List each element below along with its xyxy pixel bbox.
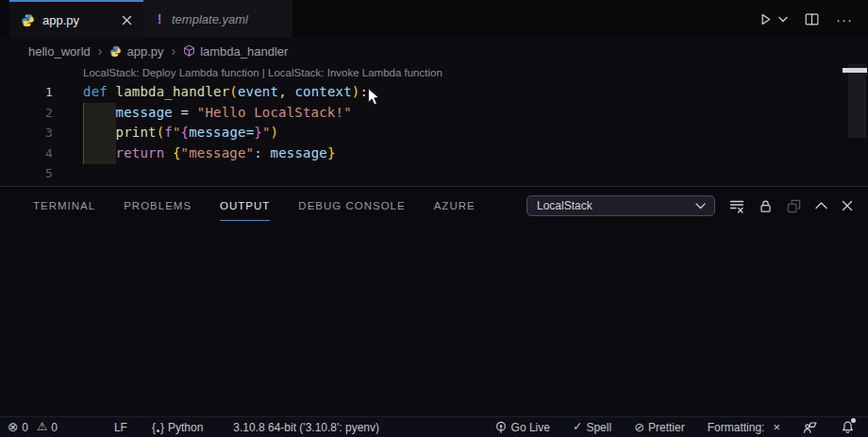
- symbol-cube-icon: [183, 44, 195, 58]
- split-editor-icon[interactable]: [805, 13, 819, 25]
- prettier-label: Prettier: [648, 421, 685, 434]
- code-editor[interactable]: LocalStack: Deploy Lambda function | Loc…: [0, 64, 868, 186]
- tab-template-yaml[interactable]: ! template.yaml: [143, 0, 292, 38]
- close-panel-icon[interactable]: [842, 200, 853, 211]
- go-live-label: Go Live: [511, 421, 550, 434]
- notification-dot: [851, 418, 856, 423]
- line-number[interactable]: 1: [0, 82, 53, 103]
- go-live-button[interactable]: Go Live: [494, 421, 550, 434]
- breadcrumb-label: app.py: [126, 44, 163, 59]
- run-options-chevron-down-icon[interactable]: [778, 16, 788, 23]
- breadcrumb-item-file[interactable]: app.py: [109, 44, 163, 59]
- panel-tab-azure[interactable]: AZURE: [434, 187, 476, 225]
- spell-checker-status[interactable]: ✓ Spell: [573, 421, 611, 434]
- code-text: print(f"{message=}"): [83, 123, 278, 143]
- code-line-5[interactable]: 5: [0, 163, 868, 184]
- braces-icon: {}: [152, 422, 164, 433]
- output-panel-content[interactable]: [0, 225, 868, 416]
- formatting-label: Formatting:: [708, 421, 765, 434]
- eol-indicator[interactable]: LF: [114, 421, 127, 434]
- x-icon: ×: [773, 420, 780, 434]
- line-number[interactable]: 5: [0, 163, 53, 184]
- warnings-icon: ⚠: [37, 421, 47, 433]
- check-icon: ✓: [573, 421, 582, 433]
- errors-count: 0: [22, 421, 28, 434]
- code-text: message = "Hello LocalStack!": [83, 103, 352, 124]
- codelens-localstack-actions[interactable]: LocalStack: Deploy Lambda function | Loc…: [83, 67, 442, 78]
- line-number[interactable]: 4: [0, 143, 53, 164]
- language-label: Python: [168, 421, 203, 434]
- breadcrumb-separator: ›: [170, 43, 176, 59]
- code-line-4[interactable]: 4 return {"message": message}: [0, 143, 868, 164]
- tab-label: template.yaml: [172, 12, 248, 26]
- chevron-down-icon: [695, 203, 706, 210]
- output-channel-value: LocalStack: [537, 199, 593, 212]
- python-interpreter[interactable]: 3.10.8 64-bit ('3.10.8': pyenv): [233, 421, 379, 434]
- editor-actions: ···: [759, 0, 868, 38]
- breadcrumb-item-symbol[interactable]: lambda_handler: [183, 44, 288, 59]
- notifications-bell-icon[interactable]: [841, 420, 855, 434]
- panel-action-icons: [729, 199, 853, 213]
- panel-tab-problems[interactable]: PROBLEMS: [124, 187, 192, 225]
- breadcrumb-item-folder[interactable]: hello_world: [28, 44, 91, 59]
- tab-app-py[interactable]: app.py: [9, 0, 143, 38]
- editor-tab-bar: app.py ! template.yaml ···: [0, 0, 868, 38]
- maximize-panel-chevron-up-icon[interactable]: [815, 202, 827, 210]
- breadcrumb-label: lambda_handler: [200, 44, 288, 59]
- code-line-2[interactable]: 2 message = "Hello LocalStack!": [0, 103, 868, 124]
- python-file-icon: [109, 45, 122, 58]
- bottom-panel: TERMINAL PROBLEMS OUTPUT DEBUG CONSOLE A…: [0, 187, 868, 416]
- overview-ruler-cursor-marker: [843, 68, 867, 73]
- broadcast-icon: [494, 421, 508, 434]
- code-lines: 1def lambda_handler(event, context):2 me…: [0, 82, 868, 184]
- close-icon[interactable]: [122, 15, 132, 25]
- feedback-icon[interactable]: [803, 420, 818, 434]
- editor-scrollbar[interactable]: [848, 64, 866, 138]
- tab-label: app.py: [42, 13, 79, 27]
- code-line-1[interactable]: 1def lambda_handler(event, context):: [0, 82, 868, 103]
- panel-header: TERMINAL PROBLEMS OUTPUT DEBUG CONSOLE A…: [0, 187, 868, 225]
- breadcrumb: hello_world › app.py › lambda_handler: [0, 38, 868, 64]
- output-channel-select[interactable]: LocalStack: [526, 195, 715, 216]
- slash-circle-icon: ⊘: [634, 421, 644, 433]
- problems-status[interactable]: ⊗ 0 ⚠ 0: [8, 421, 58, 434]
- code-line-3[interactable]: 3 print(f"{message=}"): [0, 123, 868, 143]
- python-file-icon: [21, 13, 35, 27]
- breadcrumb-label: hello_world: [28, 44, 91, 59]
- lock-auto-scroll-icon[interactable]: [759, 199, 773, 213]
- breadcrumb-separator: ›: [97, 43, 104, 59]
- panel-tab-output[interactable]: OUTPUT: [220, 187, 270, 225]
- spell-label: Spell: [586, 421, 611, 434]
- panel-tab-terminal[interactable]: TERMINAL: [33, 187, 95, 225]
- formatting-status[interactable]: Formatting: ×: [708, 420, 780, 434]
- language-mode[interactable]: {} Python: [152, 421, 203, 434]
- more-actions-icon[interactable]: ···: [836, 11, 853, 27]
- clear-output-icon[interactable]: [729, 199, 744, 213]
- open-output-in-editor-icon[interactable]: [787, 199, 801, 213]
- mouse-pointer-cursor: [367, 88, 380, 107]
- yaml-warning-icon: !: [155, 11, 164, 26]
- line-number[interactable]: 3: [0, 123, 53, 143]
- code-text: return {"message": message}: [83, 143, 336, 164]
- errors-icon: ⊗: [8, 421, 18, 434]
- warnings-count: 0: [51, 421, 58, 434]
- run-python-file-icon[interactable]: [759, 12, 773, 26]
- prettier-status[interactable]: ⊘ Prettier: [634, 421, 685, 434]
- status-bar: ⊗ 0 ⚠ 0 LF {} Python 3.10.8 64-bit ('3.1…: [0, 416, 868, 437]
- code-text: def lambda_handler(event, context):: [83, 82, 368, 103]
- line-number[interactable]: 2: [0, 103, 53, 124]
- panel-tab-debug-console[interactable]: DEBUG CONSOLE: [298, 187, 405, 225]
